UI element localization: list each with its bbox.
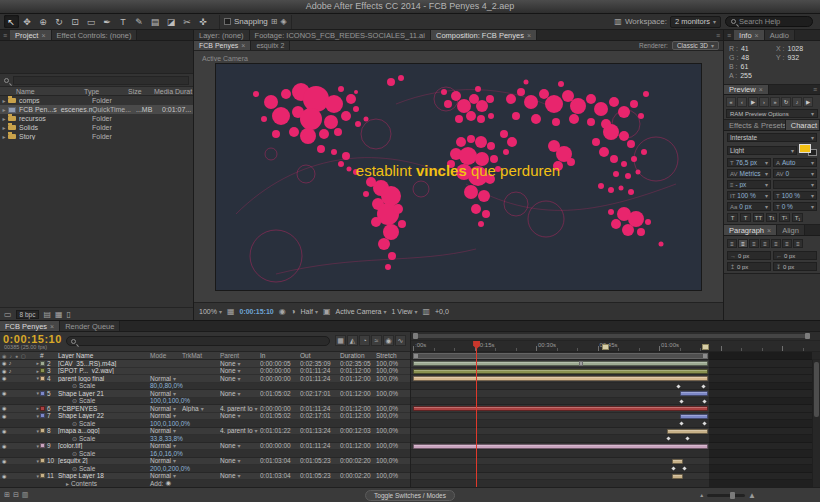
label-color-swatch[interactable]: [40, 368, 45, 373]
ram-preview-button[interactable]: ▶: [803, 97, 813, 107]
stroke-width-field[interactable]: ≡- px ▾: [727, 180, 771, 189]
pan-behind-tool[interactable]: ⊡: [68, 15, 83, 28]
previous-frame-button[interactable]: ‹: [737, 97, 747, 107]
tab-layer[interactable]: Layer: (none): [194, 30, 250, 40]
project-bit-depth[interactable]: 8 bpc: [16, 310, 40, 319]
eye-icon[interactable]: ◉: [2, 443, 6, 449]
column-out[interactable]: Out: [300, 352, 340, 359]
parent-select[interactable]: None▾: [220, 457, 241, 464]
trash-icon[interactable]: ▯: [67, 310, 71, 319]
keyframe-icon[interactable]: [703, 399, 707, 403]
mode-select[interactable]: Normal▾: [150, 457, 176, 464]
eraser-tool[interactable]: ◪: [164, 15, 179, 28]
layer-duration-bar[interactable]: [413, 444, 708, 449]
panel-menu-icon[interactable]: ≡: [713, 30, 723, 40]
new-composition-icon[interactable]: ▦: [55, 310, 63, 319]
scrollbar-thumb[interactable]: [814, 362, 819, 417]
work-area-bar[interactable]: [413, 353, 708, 359]
navigator-start-handle[interactable]: [413, 333, 418, 339]
eye-icon[interactable]: ◉: [2, 360, 6, 366]
trkmat-select[interactable]: Alpha▾: [182, 405, 204, 412]
tab-paragraph[interactable]: Paragraph ×: [724, 225, 777, 235]
comp-marker[interactable]: [602, 344, 609, 350]
orbit-camera-tool[interactable]: ↻: [52, 15, 67, 28]
project-search-input[interactable]: [13, 76, 189, 85]
mode-select[interactable]: Normal▾: [150, 405, 176, 412]
navigator-groove[interactable]: [413, 334, 810, 338]
faux-style-button-3[interactable]: Tt: [766, 213, 777, 222]
close-icon[interactable]: ×: [755, 32, 759, 39]
close-icon[interactable]: ×: [767, 227, 771, 234]
fill-color-swatch[interactable]: [799, 144, 811, 153]
column-number[interactable]: #: [40, 352, 58, 359]
frame-blending-button[interactable]: ≈: [371, 335, 382, 346]
faux-style-button-2[interactable]: TT: [753, 213, 764, 222]
column-type[interactable]: Type: [84, 88, 128, 95]
mode-select[interactable]: Normal▾: [150, 375, 176, 382]
tab-timeline-comp[interactable]: FCB Penyes ×: [0, 321, 60, 331]
current-time-display[interactable]: 0:00:15:10: [239, 308, 273, 315]
label-color-swatch[interactable]: [40, 376, 45, 381]
eye-icon[interactable]: ◉: [2, 368, 6, 374]
speaker-icon[interactable]: ♪: [8, 360, 11, 366]
close-icon[interactable]: ×: [527, 32, 531, 39]
keyframe-icon[interactable]: [685, 436, 689, 440]
justify-last-left-button[interactable]: ≡: [760, 239, 770, 248]
magnification-select[interactable]: 100%▾: [199, 308, 222, 315]
layer-duration-bar[interactable]: [667, 429, 708, 434]
puppet-pin-tool[interactable]: ✜: [196, 15, 211, 28]
property-value[interactable]: 16,0,16,0%: [150, 450, 183, 457]
resolution-select[interactable]: Half▾: [301, 308, 318, 315]
graph-editor-button[interactable]: ∿: [395, 335, 406, 346]
keyframe-icon[interactable]: [683, 466, 687, 470]
eye-icon[interactable]: ◉: [2, 405, 6, 411]
panel-menu-icon[interactable]: ≡: [724, 30, 734, 40]
snap-option-b-icon[interactable]: ◈: [281, 17, 287, 26]
property-value[interactable]: 100,0,100,0%: [150, 397, 190, 404]
property-value[interactable]: 200,0,200,0%: [150, 465, 190, 472]
mode-select[interactable]: Normal▾: [150, 390, 176, 397]
draft-3d-button[interactable]: ◭: [347, 335, 358, 346]
vertical-scale-field[interactable]: IT100 % ▾: [727, 191, 771, 200]
zoom-slider-thumb[interactable]: [730, 492, 735, 499]
layer-duration-bar[interactable]: [672, 459, 683, 464]
parent-select[interactable]: None▾: [220, 360, 241, 367]
project-item-row[interactable]: ▸compsFolder: [0, 96, 193, 105]
column-size[interactable]: Size: [128, 88, 154, 95]
font-family-select[interactable]: Interstate ▾: [727, 133, 817, 142]
property-value[interactable]: 100,0,100,0%: [150, 420, 190, 427]
camera-select[interactable]: Active Camera▾: [336, 308, 387, 315]
comp-tab-fcb-penyes[interactable]: FCB Penyes ×: [194, 41, 251, 50]
first-frame-button[interactable]: «: [726, 97, 736, 107]
tab-composition[interactable]: Composition: FCB Penyes ×: [431, 30, 537, 40]
eye-icon[interactable]: ◉: [2, 458, 6, 464]
motion-blur-button[interactable]: ◉: [383, 335, 394, 346]
font-style-select[interactable]: Light ▾: [727, 146, 797, 155]
mode-select[interactable]: Normal▾: [150, 442, 176, 449]
snapping-checkbox[interactable]: [224, 18, 231, 25]
keyframe-icon[interactable]: [701, 384, 705, 388]
justify-last-center-button[interactable]: ≡: [771, 239, 781, 248]
tab-effects-presets[interactable]: Effects & Presets: [724, 120, 786, 130]
zoom-out-icon[interactable]: ▲: [699, 492, 704, 498]
help-search-input[interactable]: Search Help: [725, 16, 813, 27]
stopwatch-icon[interactable]: ⊙: [72, 465, 77, 472]
parent-select[interactable]: None▾: [220, 390, 241, 397]
new-folder-icon[interactable]: ▤: [43, 310, 51, 319]
timeline-search-input[interactable]: [66, 336, 330, 346]
align-center-button[interactable]: ≡: [738, 239, 748, 248]
leading-field[interactable]: AAuto ▾: [773, 158, 817, 167]
audio-toggle-button[interactable]: ♪: [792, 97, 802, 107]
font-size-field[interactable]: T76,5 px ▾: [727, 158, 771, 167]
clone-stamp-tool[interactable]: ▤: [148, 15, 163, 28]
mask-shape-tool[interactable]: ▭: [84, 15, 99, 28]
workspace-select[interactable]: 2 monitors ▾: [670, 16, 721, 28]
timeline-column-headers[interactable]: ◉♪●▢ # Layer Name Mode TrkMat Parent In …: [0, 351, 410, 360]
keyframe-icon[interactable]: [679, 399, 683, 403]
twirl-icon[interactable]: ▸: [0, 124, 8, 131]
parent-select[interactable]: 4. parent lo▾: [220, 427, 258, 434]
show-channel-button[interactable]: ◑: [291, 307, 296, 316]
parent-select[interactable]: 4. parent lo▾: [220, 405, 258, 412]
justify-last-right-button[interactable]: ≡: [782, 239, 792, 248]
vertical-scrollbar[interactable]: [812, 360, 820, 488]
